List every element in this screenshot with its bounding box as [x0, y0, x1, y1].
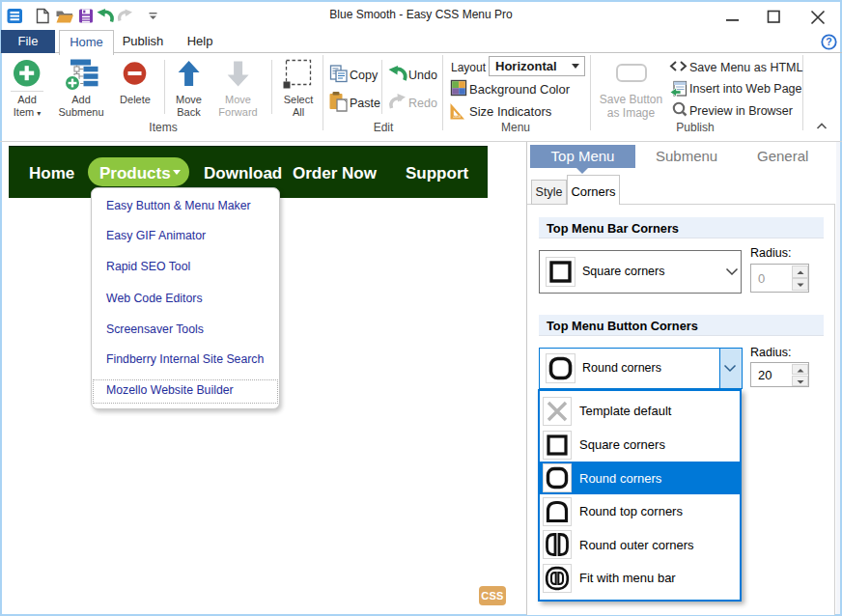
- svg-text:?: ?: [826, 36, 831, 47]
